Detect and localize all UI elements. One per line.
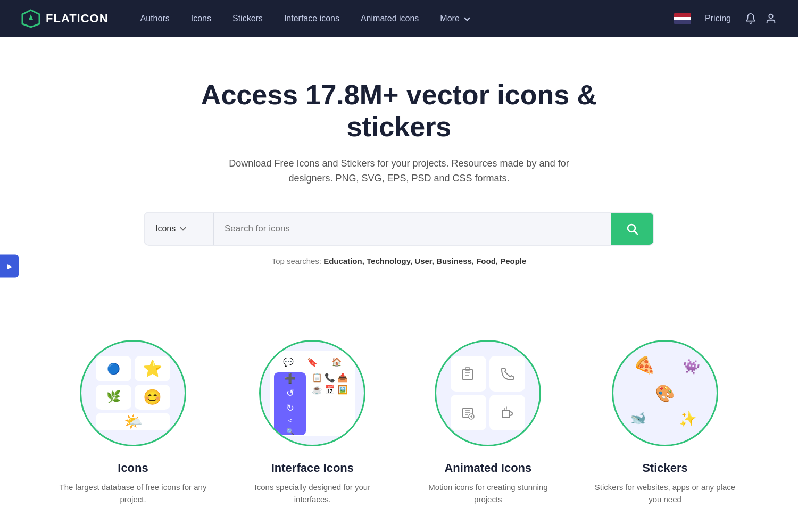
side-tab-arrow: ▶ [5, 262, 13, 270]
sticker-pizza: 🍕 [631, 354, 656, 379]
interface-icon-2: 📞 [325, 372, 335, 383]
nav-icons[interactable]: Icons [180, 0, 222, 37]
hero-section: Access 17.8M+ vector icons & stickers Do… [0, 37, 798, 329]
interface-right-panel: 📋 📞 📥 ☕ 📅 🖼️ [309, 372, 351, 435]
anim-cell-3 [451, 395, 486, 430]
bookmark-icon: 🔖 [307, 357, 318, 367]
sticker-monster: 👾 [681, 358, 701, 377]
interface-icons-title: Interface Icons [271, 461, 354, 475]
nav-more[interactable]: More [429, 0, 479, 37]
logo-icon [21, 9, 40, 28]
top-searches-terms: Education, Technology, User, Business, F… [323, 256, 526, 265]
user-button[interactable] [765, 13, 777, 24]
icon-cell-arrow: 🔵 [96, 356, 131, 381]
stickers-description: Stickers for websites, apps or any place… [591, 481, 739, 505]
animated-icons-circle [435, 340, 541, 446]
icon-cell-smile: 😊 [135, 385, 170, 410]
search-type-selector[interactable]: Icons [145, 213, 214, 245]
hero-headline: Access 17.8M+ vector icons & stickers [160, 79, 638, 143]
hero-subheadline: Download Free Icons and Stickers for you… [213, 156, 585, 187]
icon-cell-weather: 🌤️ [96, 413, 170, 430]
side-tab[interactable]: ▶ [0, 255, 19, 278]
anim-cell-1 [451, 356, 486, 392]
search-type-label: Icons [155, 224, 176, 234]
interface-icon-3: 📥 [337, 372, 348, 383]
svg-rect-5 [463, 369, 472, 380]
category-card-interface-icons[interactable]: 💬 🔖 🏠 ➕ ↺ ↻ < 🔍 📋 📞 [239, 340, 386, 505]
phone-icon [500, 366, 516, 382]
anim-cell-2 [489, 356, 525, 392]
interface-icon-4: ☕ [312, 385, 322, 395]
icons-description: The largest database of free icons for a… [59, 481, 207, 505]
search-button[interactable] [611, 213, 653, 245]
animated-icons-title: Animated Icons [444, 461, 531, 475]
language-flag[interactable] [674, 13, 691, 24]
chevron-down-icon [180, 226, 186, 232]
stickers-circle: 🍕 👾 🐋 ✨ 🎨 [612, 340, 718, 446]
search-bar: Icons [144, 212, 654, 246]
main-nav: FLATICON Authors Icons Stickers Interfac… [0, 0, 798, 37]
brand-name: FLATICON [46, 12, 109, 26]
nav-authors[interactable]: Authors [130, 0, 180, 37]
top-searches: Top searches: Education, Technology, Use… [21, 256, 777, 265]
chevron-down-icon [464, 15, 470, 21]
interface-icons-circle: 💬 🔖 🏠 ➕ ↺ ↻ < 🔍 📋 📞 [259, 340, 365, 446]
sticker-star-sparkle: ✨ [677, 409, 698, 429]
categories-section: 🔵 ⭐ 🌿 😊 🌤️ Icons The largest database of… [27, 329, 771, 532]
search-icon [626, 222, 638, 235]
category-card-animated-icons[interactable]: Animated Icons Motion icons for creating… [418, 340, 559, 505]
interface-icons-description: Icons specially designed for your interf… [239, 481, 386, 505]
clipboard-icon [461, 366, 477, 382]
nav-animated-icons[interactable]: Animated icons [350, 0, 429, 37]
interface-icon-5: 📅 [325, 385, 335, 395]
upload-icon [461, 405, 477, 421]
search-small-icon: 🔍 [286, 428, 294, 435]
stickers-title: Stickers [642, 461, 688, 475]
svg-point-3 [769, 14, 772, 18]
chat-icon: 💬 [283, 357, 294, 367]
category-card-stickers[interactable]: 🍕 👾 🐋 ✨ 🎨 Stickers Stickers for websites… [591, 340, 739, 505]
rotate-left-icon: ↺ [286, 387, 294, 399]
interface-top-row: 💬 🔖 🏠 [274, 355, 351, 369]
icon-cell-plant: 🌿 [96, 385, 131, 410]
nav-right: Pricing [674, 13, 777, 24]
user-icon [765, 13, 777, 24]
chevron-left-icon: < [288, 417, 292, 425]
anim-cell-4 [489, 395, 525, 430]
nav-stickers[interactable]: Stickers [222, 0, 273, 37]
category-card-icons[interactable]: 🔵 ⭐ 🌿 😊 🌤️ Icons The largest database of… [59, 340, 207, 505]
sticker-center: 🎨 [654, 383, 676, 404]
search-input[interactable] [214, 213, 611, 245]
mug-icon [500, 405, 516, 421]
svg-rect-16 [502, 410, 510, 418]
rotate-right-icon: ↻ [286, 402, 294, 414]
top-searches-label: Top searches: [272, 256, 324, 265]
home-icon: 🏠 [331, 357, 342, 367]
interface-left-panel: ➕ ↺ ↻ < 🔍 [274, 372, 306, 435]
notification-button[interactable] [745, 13, 757, 24]
interface-icon-1: 📋 [312, 372, 322, 383]
pricing-link[interactable]: Pricing [700, 14, 736, 23]
icons-circle: 🔵 ⭐ 🌿 😊 🌤️ [80, 340, 186, 446]
nav-links: Authors Icons Stickers Interface icons A… [130, 0, 675, 37]
icon-cell-star: ⭐ [135, 356, 170, 381]
animated-icons-description: Motion icons for creating stunning proje… [418, 481, 559, 505]
sticker-whale: 🐋 [630, 410, 647, 426]
interface-icon-6: 🖼️ [337, 385, 348, 395]
icons-title: Icons [118, 461, 148, 475]
plus-icon: ➕ [284, 372, 296, 384]
nav-interface-icons[interactable]: Interface icons [273, 0, 350, 37]
bell-icon [745, 13, 757, 24]
logo[interactable]: FLATICON [21, 9, 109, 28]
